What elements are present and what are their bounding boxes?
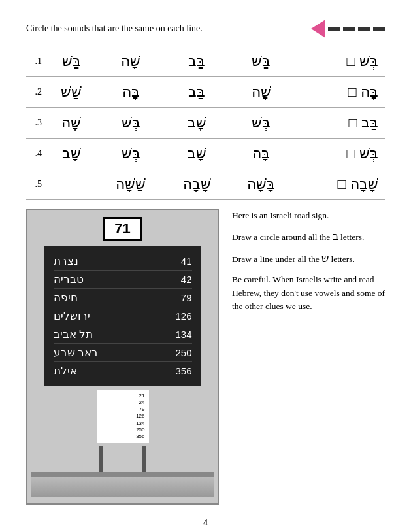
- hebrew-cell: בְּשׁ: [97, 108, 165, 139]
- dash-line: [328, 27, 385, 31]
- landscape: [31, 477, 214, 497]
- hebrew-cell: שַׁשָּׁה: [97, 169, 165, 200]
- left-arrow-icon: [311, 20, 325, 38]
- sign-city: אילת: [54, 364, 77, 378]
- sign-row: 79 חיפה: [54, 289, 192, 307]
- hebrew-cell: שָׁבָה: [165, 169, 229, 200]
- hebrew-cell: שָׁה: [229, 77, 293, 108]
- hebrew-cell: בַּשׁ: [46, 46, 97, 77]
- sign-distance: 41: [181, 256, 192, 267]
- sign-distance: 250: [175, 347, 191, 358]
- page: Circle the sounds that are the same on e…: [0, 0, 411, 532]
- sign-city: באר שבע: [54, 346, 99, 359]
- sign-board: 41 נצרת 42 טבריה 79 חיפה 126 ירושלים: [44, 246, 201, 386]
- sign-row: 250 באר שבע: [54, 344, 192, 362]
- shin-letter: ש: [321, 253, 329, 264]
- table-row: .2 שַׁשׁ בָּה בַּב שָׁה בָּה □: [26, 77, 385, 108]
- hebrew-cell: בְּשׁ: [229, 108, 293, 139]
- arrow-indicator: [311, 20, 385, 38]
- instruction-text: Circle the sounds that are the same on e…: [26, 24, 203, 34]
- hebrew-cell: בְּשׁ: [97, 139, 165, 169]
- hebrew-cell-first: שָׁבָה □: [293, 169, 385, 200]
- sign-number: 71: [103, 217, 141, 241]
- hebrew-cell: בָּה: [97, 77, 165, 108]
- hebrew-cell-first: בַּב □: [293, 108, 385, 139]
- hebrew-cell: שָׁב: [46, 139, 97, 169]
- road-sign-image: 71 41 נצרת 42 טבריה 79 חיפה 12: [26, 209, 219, 505]
- hebrew-cell: בַּב: [165, 46, 229, 77]
- desc-careful: Be careful. When Israelis write and read…: [232, 273, 385, 313]
- hebrew-cell: בָּשָׁה: [229, 169, 293, 200]
- hebrew-cell: בַּשׁ: [229, 46, 293, 77]
- sign-row: 41 נצרת: [54, 252, 192, 271]
- hebrew-cell: שָׁה: [46, 108, 97, 139]
- bet-letter: ב: [333, 231, 338, 242]
- sign-city: תל אביב: [54, 327, 93, 341]
- sign-distance: 134: [175, 329, 191, 340]
- dash-3: [358, 27, 370, 31]
- sign-distance: 42: [181, 274, 192, 285]
- small-sign: 212479126134250356: [97, 390, 149, 443]
- row-number: .5: [26, 169, 46, 200]
- sign-city: ירושלים: [54, 309, 90, 323]
- row-number: .1: [26, 46, 46, 77]
- pole-right: [142, 446, 146, 472]
- row-number: .3: [26, 108, 46, 139]
- sign-ground: [31, 472, 214, 477]
- hebrew-cell-first: בָּה □: [293, 77, 385, 108]
- sign-row: 126 ירושלים: [54, 307, 192, 325]
- table-row: .5 שַׁשָּׁה שָׁבָה בָּשָׁה שָׁבָה □: [26, 169, 385, 200]
- sign-distance: 126: [175, 310, 191, 322]
- row-number: .4: [26, 139, 46, 169]
- sign-city: טבריה: [54, 273, 84, 286]
- sign-row: 134 תל אביב: [54, 325, 192, 344]
- hebrew-cell: שָׁב: [165, 139, 229, 169]
- row-number: .2: [26, 77, 46, 108]
- sign-city: חיפה: [54, 291, 78, 305]
- page-number: 4: [26, 518, 385, 528]
- exercise-table: .1 בַּשׁ שָׁה בַּב בַּשׁ בְּשׁ □ .2 שַׁש…: [26, 46, 385, 200]
- hebrew-cell-first: בְּשׁ □: [293, 139, 385, 169]
- pole-left: [99, 446, 103, 472]
- description-area: Here is an Israeli road sign. Draw a cir…: [232, 209, 385, 505]
- sign-distance: 79: [181, 292, 192, 303]
- dash-1: [328, 27, 340, 31]
- table-row: .4 שָׁב בְּשׁ שָׁב בָּה בְּשׁ □: [26, 139, 385, 169]
- hebrew-cell: שַׁשׁ: [46, 77, 97, 108]
- desc-road-sign: Here is an Israeli road sign.: [232, 209, 385, 222]
- dash-4: [373, 27, 385, 31]
- hebrew-cell: שָׁב: [165, 108, 229, 139]
- hebrew-cell: בָּה: [229, 139, 293, 169]
- dash-2: [343, 27, 355, 31]
- desc-underline: Draw a line under all the ש letters.: [232, 251, 385, 267]
- bottom-section: 71 41 נצרת 42 טבריה 79 חיפה 12: [26, 209, 385, 505]
- desc-circle: Draw a circle around all the ב letters.: [232, 229, 385, 244]
- sign-container: 71 41 נצרת 42 טבריה 79 חיפה 12: [27, 210, 218, 503]
- sign-distance: 356: [175, 365, 191, 376]
- header-row: Circle the sounds that are the same on e…: [26, 20, 385, 38]
- sign-poles: [99, 446, 146, 472]
- hebrew-cell: בַּב: [165, 77, 229, 108]
- hebrew-cell: שָׁה: [97, 46, 165, 77]
- hebrew-cell: [46, 169, 97, 200]
- sign-row: 42 טבריה: [54, 271, 192, 289]
- sign-row: 356 אילת: [54, 362, 192, 380]
- hebrew-cell-first: בְּשׁ □: [293, 46, 385, 77]
- table-row: .3 שָׁה בְּשׁ שָׁב בְּשׁ בַּב □: [26, 108, 385, 139]
- sign-city: נצרת: [54, 254, 78, 268]
- table-row: .1 בַּשׁ שָׁה בַּב בַּשׁ בְּשׁ □: [26, 46, 385, 77]
